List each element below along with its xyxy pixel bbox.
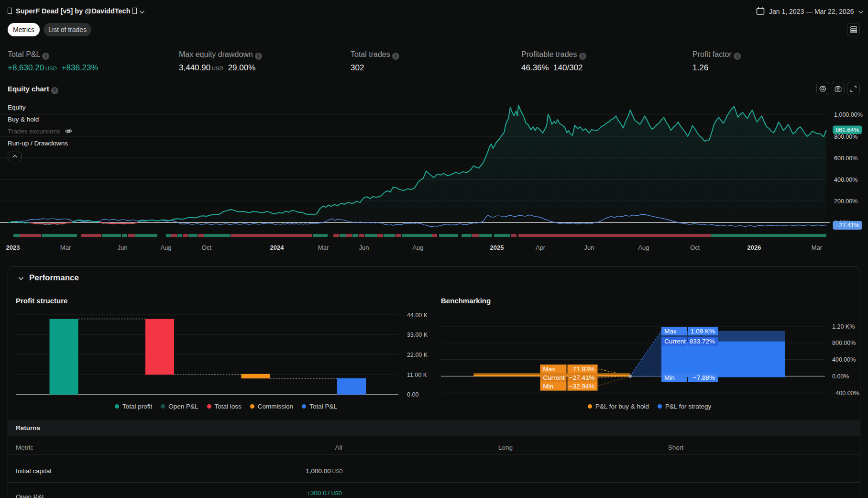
svg-text:−400.00%: −400.00% bbox=[832, 390, 859, 397]
svg-text:71.93%: 71.93% bbox=[573, 365, 595, 373]
svg-text:Jun: Jun bbox=[118, 244, 128, 251]
svg-text:Aug: Aug bbox=[412, 244, 423, 251]
svg-text:833.72%: 833.72% bbox=[690, 338, 715, 345]
svg-text:2026: 2026 bbox=[747, 244, 761, 251]
svg-text:Max: Max bbox=[543, 365, 556, 373]
svg-text:400.00%: 400.00% bbox=[834, 177, 857, 183]
svg-text:Mar: Mar bbox=[318, 244, 329, 251]
svg-text:Current: Current bbox=[543, 374, 565, 381]
svg-text:1.09 K%: 1.09 K% bbox=[691, 328, 715, 335]
svg-text:22.00 K: 22.00 K bbox=[407, 352, 428, 358]
svg-text:Aug: Aug bbox=[160, 244, 171, 251]
svg-text:1.20 K%: 1.20 K% bbox=[832, 323, 855, 330]
svg-text:44.00 K: 44.00 K bbox=[407, 312, 428, 319]
svg-text:800.00%: 800.00% bbox=[832, 340, 856, 346]
svg-text:0.00%: 0.00% bbox=[832, 373, 849, 380]
svg-text:Oct: Oct bbox=[690, 244, 700, 251]
svg-text:Aug: Aug bbox=[638, 244, 649, 251]
svg-text:600.00%: 600.00% bbox=[834, 155, 857, 162]
svg-text:−7.88%: −7.88% bbox=[693, 374, 715, 381]
svg-text:Min: Min bbox=[543, 383, 554, 390]
svg-text:−32.94%: −32.94% bbox=[569, 383, 595, 390]
svg-text:861.64%: 861.64% bbox=[835, 127, 859, 133]
svg-text:Jun: Jun bbox=[359, 244, 369, 251]
svg-text:−27.41%: −27.41% bbox=[569, 374, 595, 381]
svg-text:Min: Min bbox=[664, 374, 675, 381]
svg-text:Apr: Apr bbox=[536, 244, 546, 251]
svg-text:400.00%: 400.00% bbox=[832, 356, 856, 363]
svg-text:−27.41%: −27.41% bbox=[835, 222, 859, 229]
svg-text:800.00%: 800.00% bbox=[834, 133, 857, 140]
svg-text:Max: Max bbox=[664, 328, 677, 335]
svg-text:Current: Current bbox=[664, 338, 686, 345]
svg-text:33.00 K: 33.00 K bbox=[407, 332, 428, 338]
svg-text:2025: 2025 bbox=[490, 244, 504, 251]
svg-text:0.00: 0.00 bbox=[407, 391, 418, 398]
svg-text:Oct: Oct bbox=[202, 244, 212, 251]
svg-text:200.00%: 200.00% bbox=[834, 198, 857, 205]
svg-text:2024: 2024 bbox=[270, 244, 285, 251]
svg-text:1,000.00%: 1,000.00% bbox=[834, 111, 863, 118]
svg-text:Mar: Mar bbox=[812, 244, 823, 251]
svg-text:Jun: Jun bbox=[584, 244, 594, 251]
svg-text:2023: 2023 bbox=[6, 244, 20, 251]
svg-text:Mar: Mar bbox=[60, 244, 71, 251]
svg-text:11.00 K: 11.00 K bbox=[407, 372, 428, 378]
